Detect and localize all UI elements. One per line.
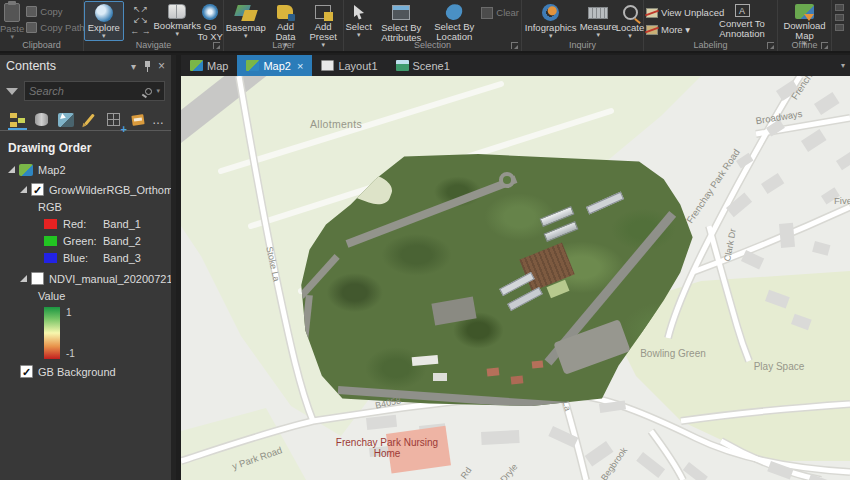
explore-icon [95, 4, 113, 22]
offline-dialog-launcher[interactable] [821, 42, 828, 49]
search-icon[interactable] [145, 88, 152, 95]
view-tab-scene1[interactable]: Scene1 [387, 55, 459, 76]
nav-extent-cluster[interactable]: ↖↗ ↙↘ ← → [124, 1, 158, 37]
orthomosaic-checkbox[interactable]: ✓ [31, 183, 44, 196]
map-view[interactable]: Allotments Frenchay Park Road Frencha Br… [181, 76, 850, 480]
tab-drawing-order[interactable] [8, 110, 27, 129]
ortho-red-roof [532, 360, 544, 368]
red-label: Red: [63, 218, 103, 230]
ribbon-group-clipboard: Paste ▾ Copy Copy Path Clipboard [0, 0, 84, 51]
copy-button[interactable]: Copy [24, 5, 86, 18]
layout1-tab-icon [321, 60, 334, 71]
layer-row-map2[interactable]: Map2 [0, 161, 171, 178]
ramp-max: 1 [66, 307, 75, 318]
close-tab-icon[interactable]: × [297, 60, 303, 72]
paste-button[interactable]: Paste ▾ [0, 1, 24, 41]
gb-background-label: GB Background [38, 366, 116, 378]
contents-menu-caret[interactable]: ▾ [131, 61, 136, 72]
select-by-location-label: Select By Location [429, 22, 479, 42]
view-tab-layout1[interactable]: Layout1 [312, 55, 386, 76]
gb-background-checkbox[interactable]: ✓ [20, 365, 33, 378]
ribbon-group-selection: Select ▾ Select By Attributes Select By … [344, 0, 522, 51]
tab-selection[interactable] [56, 110, 75, 129]
tab-editing[interactable] [80, 110, 99, 129]
band-row-blue: Blue: Band_3 [0, 249, 171, 266]
tab-labeling[interactable] [128, 110, 147, 129]
view-unplaced-button[interactable]: View Unplaced [644, 6, 710, 19]
ribbon-overflow-icons [832, 0, 847, 51]
select-by-attributes-button[interactable]: Select By Attributes [373, 1, 429, 41]
view-tab-map[interactable]: Map [181, 55, 237, 76]
bookmarks-caret: ▾ [176, 31, 180, 37]
ortho-building [412, 354, 439, 365]
filter-icon[interactable] [6, 88, 18, 95]
contents-panel: Contents ▾ × ▾ … Drawing Order [0, 55, 176, 480]
ribbon-group-navigate: Explore ▾ ↖↗ ↙↘ ← → Bookmarks ▾ Go To XY [84, 0, 224, 51]
label-play-space: Play Space [754, 361, 805, 372]
pin-icon[interactable] [144, 61, 151, 72]
ramp-min: -1 [66, 348, 75, 359]
tab-data-source[interactable] [32, 110, 51, 129]
green-swatch [44, 236, 57, 246]
infographics-icon [542, 4, 559, 21]
locate-button[interactable]: Locate ▾ [617, 1, 643, 41]
bookmarks-button[interactable]: Bookmarks ▾ [157, 1, 197, 41]
contents-close-button[interactable]: × [158, 59, 165, 73]
mini-toolbar-icon-3[interactable] [835, 24, 844, 31]
locate-icon [623, 5, 638, 20]
expand-icon[interactable] [20, 186, 27, 193]
selection-group-label: Selection [344, 40, 521, 50]
bookmarks-icon [168, 4, 186, 19]
add-data-icon [277, 5, 293, 19]
ndvi-checkbox[interactable]: ✓ [31, 272, 44, 285]
view-tab-bar: Map Map2 × Layout1 Scene1 ▾ [181, 55, 850, 76]
search-input[interactable] [29, 85, 145, 97]
clear-selection-button[interactable]: Clear [479, 6, 521, 19]
copy-path-button[interactable]: Copy Path [24, 21, 86, 34]
add-data-button[interactable]: Add Data ▾ [268, 1, 304, 41]
labeling-dialog-launcher[interactable] [767, 42, 774, 49]
navigate-dialog-launcher[interactable] [213, 42, 220, 49]
infographics-button[interactable]: Infographics ▾ [522, 1, 579, 41]
selection-tab-icon [58, 113, 74, 127]
greenhouse [586, 192, 624, 215]
map2-icon [19, 164, 33, 176]
explore-button[interactable]: Explore ▾ [84, 1, 124, 41]
mini-toolbar-icon-1[interactable] [835, 4, 844, 11]
add-preset-icon [315, 5, 331, 19]
orthomosaic-label: GrowWilderRGB_Orthomosaic_expor [49, 184, 171, 196]
measure-button[interactable]: Measure ▾ [579, 1, 617, 41]
layer-row-ndvi[interactable]: ✓ NDVI_manual_20200721_Clip [0, 270, 171, 287]
zoom-extent-icon[interactable]: ↙↘ [133, 15, 148, 26]
search-caret-icon[interactable]: ▾ [156, 87, 160, 95]
labeling-group-label: Labeling [644, 40, 777, 50]
label-bowling-green: Bowling Green [640, 348, 706, 359]
map-tab-icon [190, 60, 203, 71]
prev-next-extent-icon[interactable]: ← → [130, 26, 151, 37]
download-map-button[interactable]: Download Map ▾ [779, 1, 831, 41]
ribbon: Paste ▾ Copy Copy Path Clipboard [0, 0, 850, 53]
select-attributes-icon [392, 5, 410, 20]
map2-tab-label: Map2 [263, 60, 291, 72]
select-button[interactable]: Select ▾ [344, 1, 373, 41]
expand-icon[interactable] [8, 166, 15, 173]
layer-row-gb-background[interactable]: ✓ GB Background [0, 363, 171, 380]
layer-row-orthomosaic[interactable]: ✓ GrowWilderRGB_Orthomosaic_expor [0, 181, 171, 198]
copy-path-label: Copy Path [40, 22, 84, 33]
clipboard-group-label: Clipboard [0, 40, 83, 50]
select-by-location-button[interactable]: Select By Location [429, 1, 479, 41]
more-button[interactable]: More ▾ [644, 23, 710, 36]
view-tab-map2[interactable]: Map2 × [237, 55, 312, 76]
tab-overflow-caret[interactable]: ▾ [841, 61, 845, 70]
mini-toolbar-icon-2[interactable] [835, 14, 844, 21]
full-extent-icon[interactable]: ↖↗ [133, 4, 148, 15]
basemap-caret: ▾ [244, 33, 248, 39]
add-preset-button[interactable]: Add Preset ▾ [303, 1, 343, 41]
more-tabs-button[interactable]: … [152, 113, 165, 127]
go-to-xy-button[interactable]: Go To XY [197, 1, 223, 41]
convert-to-annotation-button[interactable]: A Convert To Annotation [710, 1, 774, 41]
expand-icon[interactable] [20, 275, 27, 282]
tab-snapping[interactable] [104, 110, 123, 129]
basemap-button[interactable]: Basemap ▾ [224, 1, 268, 41]
selection-dialog-launcher[interactable] [511, 42, 518, 49]
